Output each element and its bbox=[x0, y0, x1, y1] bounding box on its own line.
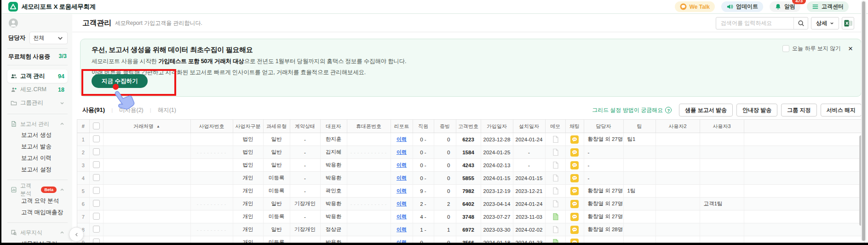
report-history-link[interactable]: 이력 bbox=[397, 201, 407, 206]
report-history-link[interactable]: 이력 bbox=[397, 239, 407, 243]
안내장 발송-button[interactable]: 안내장 발송 bbox=[736, 104, 777, 117]
그룹 지정-button[interactable]: 그룹 지정 bbox=[781, 104, 816, 117]
sidebar-item-세무지식 관리[interactable]: 세무지식 관리 bbox=[7, 238, 68, 243]
column-header-설치일자[interactable]: 설치일자 bbox=[513, 120, 545, 133]
column-header-채팅[interactable]: 채팅 bbox=[565, 120, 584, 133]
row-checkbox[interactable] bbox=[93, 161, 100, 168]
memo-grey-icon[interactable] bbox=[552, 226, 559, 233]
서비스 해지-button[interactable]: 서비스 해지 bbox=[821, 104, 862, 117]
memo-grey-icon[interactable] bbox=[552, 148, 559, 156]
column-header-휴대폰번호[interactable]: 휴대폰번호 bbox=[347, 120, 391, 133]
row-checkbox[interactable] bbox=[93, 213, 100, 220]
app-logo[interactable]: 세모리포트 X 로움세무회계 bbox=[8, 2, 96, 12]
column-header-#[interactable]: # bbox=[77, 120, 89, 133]
memo-green-icon[interactable] bbox=[552, 213, 559, 221]
header-label: # bbox=[82, 123, 85, 129]
detail-search-button[interactable]: 상세 bbox=[811, 17, 839, 29]
report-history-link[interactable]: 이력 bbox=[397, 188, 407, 193]
user-avatar-icon[interactable] bbox=[8, 18, 18, 28]
column-header-고객번호[interactable]: 고객번호 bbox=[456, 120, 481, 133]
sidebar-section-세무지식[interactable]: 세무지식 bbox=[7, 227, 68, 238]
memo-grey-icon[interactable] bbox=[552, 135, 559, 143]
tab-사용(91)[interactable]: 사용(91) bbox=[82, 106, 105, 114]
column-header-과세유형[interactable]: 과세유형 bbox=[263, 120, 290, 133]
select-all-checkbox[interactable] bbox=[93, 122, 100, 129]
column-header-사업자번호[interactable]: 사업자번호 bbox=[190, 120, 233, 133]
샘플 보고서 발송-button[interactable]: 샘플 보고서 발송 bbox=[679, 104, 733, 117]
sidebar-section-보고서 관리[interactable]: 보고서 관리 bbox=[7, 118, 68, 129]
close-icon[interactable]: × bbox=[848, 45, 853, 52]
column-header-계약상태[interactable]: 계약상태 bbox=[290, 120, 320, 133]
sidebar-item-고객 요약 분석[interactable]: 고객 요약 분석 bbox=[7, 195, 68, 207]
excel-export-button[interactable] bbox=[842, 17, 854, 29]
report-history-link[interactable]: 이력 bbox=[397, 136, 407, 142]
chat-icon[interactable] bbox=[570, 161, 579, 169]
sidebar-collapse-button[interactable] bbox=[69, 227, 84, 242]
memo-grey-icon[interactable] bbox=[552, 200, 559, 208]
alarm-button[interactable]: 알림473 bbox=[770, 1, 800, 12]
row-checkbox[interactable] bbox=[93, 148, 100, 155]
sidebar-item-보고서 생성[interactable]: 보고서 생성 bbox=[7, 129, 68, 141]
cell-name bbox=[103, 210, 190, 223]
column-header-사업자구분[interactable]: 사업자구분 bbox=[233, 120, 263, 133]
column-header-가입일자[interactable]: 가입일자 bbox=[481, 120, 513, 133]
chat-icon[interactable] bbox=[570, 226, 579, 234]
search-button[interactable] bbox=[793, 18, 808, 29]
chat-icon[interactable] bbox=[570, 213, 579, 221]
sidebar-item-보고서 발송[interactable]: 보고서 발송 bbox=[7, 141, 68, 152]
sidebar-item-세모.CRM[interactable]: 세모.CRM18 bbox=[7, 83, 68, 96]
row-checkbox[interactable] bbox=[93, 187, 100, 194]
chat-icon[interactable] bbox=[570, 174, 579, 182]
report-history-link[interactable]: 이력 bbox=[397, 214, 407, 219]
search-input[interactable] bbox=[716, 20, 793, 26]
sidebar-item-보고서 이력[interactable]: 보고서 이력 bbox=[7, 152, 68, 164]
row-checkbox[interactable] bbox=[93, 174, 100, 181]
tab-미사용(2)[interactable]: 미사용(2) bbox=[119, 106, 144, 114]
row-checkbox[interactable] bbox=[93, 226, 100, 233]
window-scrollbar[interactable] bbox=[861, 0, 866, 242]
chat-icon[interactable] bbox=[570, 187, 579, 195]
cell-num: 3 bbox=[77, 159, 89, 172]
memo-grey-icon[interactable] bbox=[552, 187, 559, 195]
column-header-대표자[interactable]: 대표자 bbox=[320, 120, 347, 133]
row-checkbox[interactable] bbox=[93, 135, 100, 142]
sidebar-item-고객 매입매출장[interactable]: 고객 매입매출장 bbox=[7, 207, 68, 218]
column-header-사용자2[interactable]: 사용자2 bbox=[655, 120, 700, 133]
report-history-link[interactable]: 이력 bbox=[397, 175, 407, 181]
chat-icon[interactable] bbox=[570, 200, 579, 208]
column-header-메모[interactable]: 메모 bbox=[545, 120, 565, 133]
row-checkbox[interactable] bbox=[93, 200, 100, 207]
grid-help-link[interactable]: 그리드 설정 방법이 궁금해요 ? bbox=[592, 106, 672, 114]
chat-icon[interactable] bbox=[570, 148, 579, 157]
manager-select[interactable]: 전체 bbox=[29, 32, 68, 44]
memo-grey-icon[interactable] bbox=[552, 161, 559, 169]
sidebar-item-고객 관리[interactable]: 고객 관리94 bbox=[7, 70, 68, 83]
report-history-link[interactable]: 이력 bbox=[397, 227, 407, 232]
report-history-link[interactable]: 이력 bbox=[397, 162, 407, 168]
chat-icon[interactable] bbox=[570, 135, 579, 144]
column-header-리포트[interactable]: 리포트 bbox=[391, 120, 413, 133]
wetalk-button[interactable]: We Talk bbox=[675, 1, 715, 12]
sidebar-item-보고서 설정[interactable]: 보고서 설정 bbox=[7, 164, 68, 175]
memo-green-icon[interactable] bbox=[552, 239, 559, 243]
column-header-팀[interactable]: 팀 bbox=[623, 120, 655, 133]
sort-asc-icon[interactable]: ▲ bbox=[156, 124, 160, 128]
column-header-직원[interactable]: 직원 bbox=[413, 120, 434, 133]
sidebar-section-고객 분석[interactable]: 고객 분석Beta bbox=[7, 184, 68, 195]
column-header-사용자3[interactable]: 사용자3 bbox=[700, 120, 744, 133]
help-button[interactable]: 고객센터 bbox=[807, 1, 849, 12]
column-header-증빙[interactable]: 증빙 bbox=[434, 120, 456, 133]
tab-해지(1)[interactable]: 해지(1) bbox=[158, 106, 176, 114]
column-header-select[interactable] bbox=[89, 120, 103, 133]
chat-icon[interactable] bbox=[570, 239, 579, 243]
column-header-거래처명[interactable]: 거래처명▲ bbox=[103, 120, 190, 133]
update-button[interactable]: 업데이트 bbox=[721, 1, 763, 12]
collect-now-button[interactable]: 지금 수집하기 bbox=[92, 74, 148, 88]
column-header-담당자[interactable]: 담당자 bbox=[584, 120, 623, 133]
sidebar-item-그룹관리[interactable]: 그룹관리 bbox=[7, 96, 68, 110]
cell-filler bbox=[744, 198, 864, 210]
report-history-link[interactable]: 이력 bbox=[397, 149, 407, 155]
memo-grey-icon[interactable] bbox=[552, 174, 559, 182]
dismiss-checkbox[interactable] bbox=[782, 45, 789, 52]
row-checkbox[interactable] bbox=[93, 239, 100, 243]
